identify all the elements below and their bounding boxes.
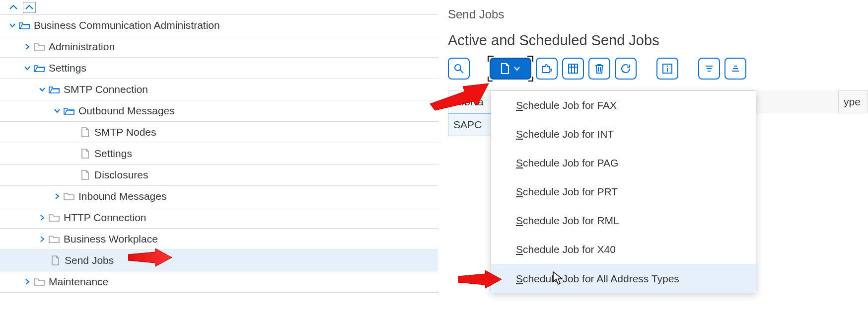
- folder-icon: [49, 212, 60, 223]
- create-job-menu: Schedule Job for FAX Schedule Job for IN…: [491, 90, 756, 293]
- page-header: Send Jobs: [448, 7, 868, 21]
- tree-node-label: Disclosures: [94, 169, 148, 181]
- toolbar: [448, 58, 868, 80]
- svg-marker-17: [458, 270, 502, 288]
- chevron-down-icon[interactable]: [7, 20, 18, 31]
- tree-node-label: Inbound Messages: [78, 190, 166, 202]
- svg-point-0: [455, 65, 461, 71]
- section-title: Active and Scheduled Send Jobs: [448, 32, 868, 49]
- menu-item-label: Schedule Job for All Address Types: [516, 273, 679, 285]
- document-icon: [50, 255, 61, 266]
- details-button[interactable]: [448, 58, 470, 80]
- tree-node-settings[interactable]: Settings: [0, 58, 438, 79]
- folder-open-icon: [19, 20, 30, 31]
- tree-node-label: SMTP Nodes: [94, 126, 156, 138]
- cell-jobname: SAPC: [448, 113, 493, 136]
- sort-desc-button[interactable]: [724, 58, 746, 80]
- navigation-tree: Business Communication Administration Ad…: [0, 0, 438, 333]
- folder-open-icon: [34, 63, 45, 74]
- menu-item-x40[interactable]: Schedule Job for X40: [491, 235, 756, 264]
- chevron-right-icon[interactable]: [22, 41, 33, 52]
- chevron-down-icon[interactable]: [52, 105, 63, 116]
- tree-node-send-jobs[interactable]: Send Jobs: [0, 250, 438, 271]
- column-header-type[interactable]: ype: [838, 90, 868, 113]
- tree-node-outbound[interactable]: Outbound Messages: [0, 100, 438, 122]
- tree-node-maintenance[interactable]: Maintenance: [0, 271, 438, 293]
- tree-node-inbound[interactable]: Inbound Messages: [0, 186, 438, 207]
- menu-item-label: Schedule Job for RML: [516, 215, 619, 227]
- tree-node-http[interactable]: HTTP Connection: [0, 207, 438, 229]
- tree-node-label: Send Jobs: [65, 254, 114, 266]
- tree-node-smtp-settings[interactable]: Settings: [0, 143, 438, 165]
- svg-point-8: [667, 66, 668, 67]
- create-job-dropdown-button[interactable]: [490, 58, 531, 80]
- document-icon: [79, 169, 90, 180]
- tree-node-label: Administration: [49, 41, 115, 53]
- menu-item-label: Schedule Job for X40: [516, 244, 616, 255]
- menu-item-rml[interactable]: Schedule Job for RML: [491, 206, 756, 235]
- tree-node-administration[interactable]: Administration: [0, 36, 438, 58]
- menu-item-prt[interactable]: Schedule Job for PRT: [491, 177, 756, 206]
- folder-icon: [49, 234, 60, 245]
- chevron-down-icon[interactable]: [22, 63, 33, 74]
- tree-node-bca[interactable]: Business Communication Administration: [0, 15, 438, 36]
- document-icon: [79, 127, 90, 138]
- document-icon: [79, 148, 90, 159]
- folder-open-icon: [64, 105, 74, 116]
- annotation-arrow: [128, 248, 173, 267]
- svg-rect-2: [569, 64, 578, 73]
- svg-line-1: [460, 70, 463, 73]
- chevron-down-icon: [513, 65, 521, 73]
- tree-node-label: Business Workplace: [64, 233, 158, 245]
- menu-item-pag[interactable]: Schedule Job for PAG: [491, 149, 756, 177]
- tree-node-label: Settings: [94, 148, 132, 160]
- tree-node-workplace[interactable]: Business Workplace: [0, 229, 438, 250]
- tree-top-toolbar: [0, 0, 438, 15]
- chevron-right-icon[interactable]: [37, 212, 48, 223]
- svg-marker-15: [128, 249, 172, 266]
- annotation-arrow: [430, 82, 490, 111]
- cursor-icon: [552, 271, 563, 286]
- tree-node-label: HTTP Connection: [64, 212, 146, 224]
- info-button[interactable]: [656, 58, 678, 80]
- folder-icon: [64, 191, 74, 202]
- folder-icon: [34, 41, 45, 52]
- columns-button[interactable]: [562, 58, 584, 80]
- tree-node-smtp[interactable]: SMTP Connection: [0, 79, 438, 100]
- folder-open-icon: [49, 84, 60, 95]
- folder-icon: [34, 276, 45, 287]
- expand-all-icon[interactable]: [23, 2, 36, 13]
- menu-item-label: Schedule Job for INT: [516, 128, 614, 140]
- chevron-down-icon[interactable]: [37, 84, 48, 95]
- tree-node-label: Outbound Messages: [78, 105, 175, 117]
- chevron-right-icon[interactable]: [37, 234, 48, 245]
- chevron-right-icon[interactable]: [22, 276, 33, 287]
- menu-item-fax[interactable]: Schedule Job for FAX: [491, 91, 756, 120]
- menu-item-int[interactable]: Schedule Job for INT: [491, 120, 756, 149]
- collapse-all-icon[interactable]: [7, 2, 20, 13]
- menu-item-label: Schedule Job for FAX: [516, 99, 617, 111]
- chevron-right-icon[interactable]: [52, 191, 63, 202]
- svg-marker-16: [430, 83, 489, 110]
- delete-button[interactable]: [588, 58, 610, 80]
- sort-asc-button[interactable]: [698, 58, 720, 80]
- tree-node-label: Business Communication Administration: [34, 19, 220, 31]
- menu-item-all-types[interactable]: Schedule Job for All Address Types: [491, 264, 756, 293]
- menu-item-label: Schedule Job for PRT: [516, 186, 618, 198]
- tree-node-disclosures[interactable]: Disclosures: [0, 165, 438, 186]
- tree-node-label: Settings: [49, 62, 86, 74]
- puzzle-button[interactable]: [536, 58, 558, 80]
- refresh-button[interactable]: [615, 58, 637, 80]
- annotation-arrow: [458, 269, 503, 289]
- tree-node-label: Maintenance: [49, 276, 108, 288]
- tree-node-smtp-nodes[interactable]: SMTP Nodes: [0, 122, 438, 143]
- menu-item-label: Schedule Job for PAG: [516, 157, 618, 169]
- tree-node-label: SMTP Connection: [64, 83, 148, 95]
